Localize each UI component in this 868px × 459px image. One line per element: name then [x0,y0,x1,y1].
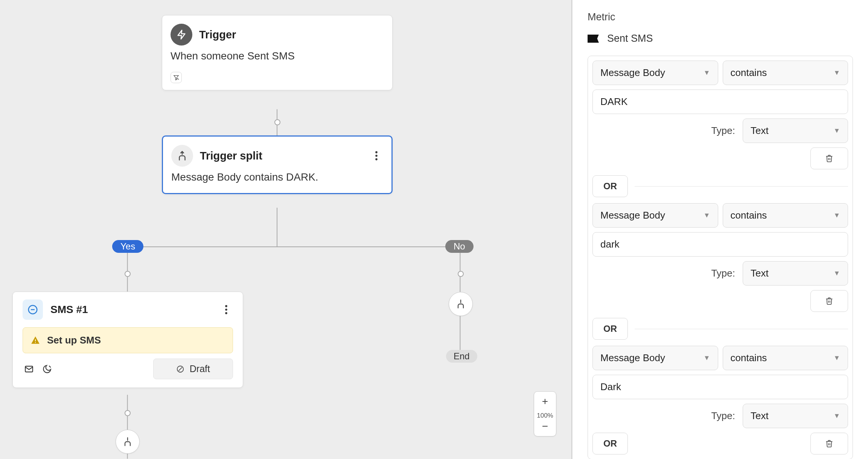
add-or-button[interactable]: OR [592,433,628,454]
node-menu-button[interactable] [219,303,233,316]
connector-dot[interactable] [125,271,131,277]
trigger-split-title: Trigger split [200,150,262,162]
or-separator[interactable]: OR [592,175,628,197]
svg-line-20 [49,366,50,367]
chevron-down-icon: ▼ [833,412,840,420]
metric-section-label: Metric [588,11,853,23]
sms-setup-warning[interactable]: Set up SMS [23,327,233,353]
chevron-down-icon: ▼ [833,127,840,135]
operator-select[interactable]: contains ▼ [723,61,848,85]
add-split-button[interactable] [449,292,473,316]
status-text: Draft [190,363,210,374]
svg-rect-17 [35,339,36,341]
status-badge[interactable]: Draft [153,359,233,379]
svg-line-22 [178,367,182,371]
connector-dot[interactable] [458,271,464,277]
chevron-down-icon: ▼ [704,354,710,362]
details-panel: Metric Sent SMS Message Body ▼ contains … [572,0,868,459]
trigger-split-node[interactable]: Trigger split Message Body contains DARK… [162,135,393,194]
lightning-icon [171,24,192,46]
operator-select[interactable]: contains ▼ [723,346,848,370]
chevron-down-icon: ▼ [833,69,840,77]
svg-marker-7 [178,30,185,39]
type-select[interactable]: Text ▼ [743,261,848,286]
split-icon [171,145,193,167]
warning-icon [30,336,40,345]
type-label: Type: [711,125,735,137]
metric-row[interactable]: Sent SMS [588,33,853,44]
svg-rect-18 [35,342,36,343]
delete-condition-button[interactable] [810,290,848,312]
connector-dot[interactable] [274,119,280,125]
type-select[interactable]: Text ▼ [743,404,848,428]
svg-point-9 [375,151,378,154]
type-label: Type: [711,410,735,422]
trigger-node[interactable]: Trigger When someone Sent SMS [162,15,393,90]
svg-marker-8 [174,76,178,80]
flow-canvas[interactable]: Trigger When someone Sent SMS Trigger sp… [0,0,572,459]
svg-point-14 [225,305,227,307]
sms-title: SMS #1 [50,304,88,316]
chevron-down-icon: ▼ [704,69,710,77]
svg-point-16 [225,312,227,315]
path-end-label: End [446,350,477,363]
svg-point-10 [375,155,378,157]
zoom-in-button[interactable]: + [534,392,556,411]
trash-icon [825,154,833,163]
type-select[interactable]: Text ▼ [743,119,848,143]
trash-icon [825,439,833,448]
dimension-select[interactable]: Message Body ▼ [592,203,718,228]
operator-select[interactable]: contains ▼ [723,203,848,228]
quiet-hours-icon[interactable] [41,363,53,375]
zoom-out-button[interactable]: − [534,420,556,436]
dimension-select[interactable]: Message Body ▼ [592,346,718,370]
dimension-select[interactable]: Message Body ▼ [592,61,718,85]
draft-icon [176,365,184,373]
email-icon[interactable] [23,363,35,375]
node-menu-button[interactable] [370,149,383,163]
value-input[interactable]: dark [592,232,848,257]
trigger-title: Trigger [199,29,236,41]
chevron-down-icon: ▼ [833,269,840,277]
trigger-description: When someone Sent SMS [162,50,392,72]
delete-condition-button[interactable] [810,433,848,454]
chevron-down-icon: ▼ [833,211,840,219]
criteria-box: Message Body ▼ contains ▼ DARK Type: Tex… [588,56,853,459]
trash-icon [825,296,833,305]
svg-point-15 [225,309,227,311]
path-label-no: No [445,240,474,253]
connector-dot[interactable] [125,410,131,416]
metric-flag-icon [588,35,599,43]
zoom-level: 100% [537,411,553,420]
sms-node[interactable]: SMS #1 Set up SMS Draft [12,292,243,388]
chevron-down-icon: ▼ [704,211,710,219]
trigger-split-description: Message Body contains DARK. [163,171,391,193]
zoom-control: + 100% − [534,391,556,436]
delete-condition-button[interactable] [810,147,848,169]
trigger-filter-icon[interactable] [171,72,182,83]
metric-name: Sent SMS [607,33,653,44]
add-split-button[interactable] [116,430,140,454]
sms-warning-text: Set up SMS [47,334,101,346]
type-label: Type: [711,267,735,279]
sms-icon [23,299,43,320]
or-separator[interactable]: OR [592,318,628,340]
value-input[interactable]: Dark [592,375,848,399]
value-input[interactable]: DARK [592,90,848,114]
svg-point-11 [375,158,378,161]
path-label-yes: Yes [112,240,143,253]
chevron-down-icon: ▼ [833,354,840,362]
